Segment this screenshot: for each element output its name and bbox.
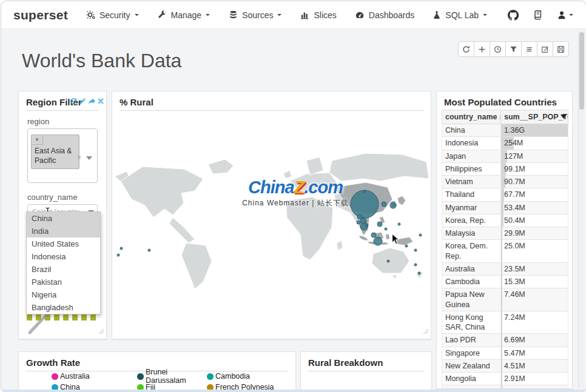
map-bubble: [357, 221, 360, 224]
value-bar: [501, 347, 502, 359]
rural-breakdown-title: Rural Breakdown: [301, 352, 431, 368]
value-bar: [501, 214, 503, 227]
chevron-down-icon: [482, 13, 488, 17]
nav-item-sql-lab[interactable]: SQL Lab: [433, 10, 488, 20]
dropdown-option[interactable]: United States: [27, 238, 100, 250]
edit-slice-icon[interactable]: [79, 98, 86, 105]
growth-rate-title: Growth Rate: [19, 352, 295, 368]
chinaz-watermark: ChinaZ.com China Webmaster | 站长下载: [241, 178, 350, 208]
clear-select-icon[interactable]: ×: [77, 153, 81, 162]
css-button[interactable]: [521, 41, 537, 57]
dropdown-option[interactable]: Pakistan: [27, 276, 100, 288]
population-cell: 5.47M: [501, 347, 568, 359]
value-bar: [501, 240, 502, 262]
database-icon: [229, 10, 238, 19]
resize-handle[interactable]: [423, 326, 429, 337]
dropdown-option[interactable]: Indonesia: [27, 250, 100, 263]
scrollbar-thumb[interactable]: [579, 32, 584, 110]
nav-item-security[interactable]: Security: [86, 10, 140, 20]
nav-item-sources[interactable]: Sources: [229, 10, 282, 20]
refresh-slice-icon[interactable]: [70, 98, 77, 105]
table-row: Vietnam90.7M: [442, 176, 568, 188]
bar-chart-icon: [300, 10, 309, 19]
region-select[interactable]: × East Asia & Pacific ×: [27, 128, 98, 183]
chinaz-subtitle: China Webmaster | 站长下载: [241, 198, 350, 208]
value-bar: [501, 227, 502, 239]
dropdown-option[interactable]: Bangladesh: [27, 301, 100, 314]
nav-item-slices[interactable]: Slices: [300, 10, 336, 20]
column-header-population[interactable]: sum__SP_POP_TOTL: [501, 110, 568, 124]
country-cell: Singapore: [442, 347, 501, 359]
nav-item-label: Sources: [242, 10, 273, 20]
country-cell: Cambodia: [442, 276, 501, 288]
region-tag: × East Asia & Pacific: [31, 135, 79, 169]
nav-item-label: Manage: [171, 10, 202, 20]
legend-item[interactable]: Cambodia: [207, 372, 274, 380]
world-map: [112, 110, 431, 337]
github-icon[interactable]: [508, 10, 519, 21]
country-cell: Indonesia: [442, 137, 501, 150]
resize-handle[interactable]: [98, 326, 104, 337]
divider: [308, 371, 424, 371]
docs-icon[interactable]: [533, 10, 542, 20]
population-cell: 2.91M: [501, 373, 568, 385]
superset-logo[interactable]: superset: [13, 8, 68, 22]
most-populated-title: Most Populated Countries: [437, 91, 572, 107]
table-row: Philippines99.1M: [442, 162, 568, 175]
population-cell: 99.1M: [501, 162, 568, 175]
country-cell: Japan: [442, 150, 501, 162]
remove-tag-icon[interactable]: ×: [32, 136, 43, 145]
page-title: World's Bank Data: [22, 50, 181, 72]
population-cell: 6.69M: [501, 334, 568, 347]
legend-item[interactable]: Australia: [52, 372, 137, 380]
nav-item-dashboards[interactable]: Dashboards: [355, 10, 415, 20]
save-icon: [557, 45, 565, 53]
map-bubble: [148, 249, 150, 251]
user-menu[interactable]: [557, 10, 574, 20]
table-row: New Zealand4.51M: [442, 359, 568, 372]
rural-map-title: % Rural: [112, 91, 431, 107]
table-row: Japan127M: [442, 150, 568, 162]
dropdown-option[interactable]: India: [27, 225, 100, 238]
table-row: Korea, Rep.50.4M: [442, 214, 568, 227]
legend-dot-icon: [52, 373, 58, 380]
scrollbar-track[interactable]: [578, 30, 585, 388]
table-row: Korea, Dem. Rep.25.0M: [442, 240, 568, 263]
value-bar: [501, 202, 503, 214]
nav-item-label: Dashboards: [369, 10, 415, 20]
dropdown-option[interactable]: Brazil: [27, 263, 100, 276]
refresh-button[interactable]: [458, 41, 474, 57]
add-button[interactable]: [474, 41, 490, 57]
history-button[interactable]: [490, 41, 506, 57]
legend-item[interactable]: Brunei Darussalam: [137, 368, 207, 385]
save-button[interactable]: [553, 41, 569, 57]
country-cell: Papua New Guinea: [442, 288, 501, 311]
table-row: Mongolia2.91M: [442, 373, 568, 385]
edit-button[interactable]: [537, 41, 553, 57]
dropdown-option[interactable]: Nigeria: [27, 288, 100, 301]
chevron-down-icon: [134, 13, 140, 17]
move-slice-icon[interactable]: [88, 98, 96, 105]
filter-button[interactable]: [505, 41, 522, 57]
growth-rate-card: Growth Rate AustraliaBrunei DarussalamCa…: [18, 351, 296, 391]
value-bar: [501, 385, 502, 389]
chevron-down-icon: [86, 156, 92, 160]
dropdown-option[interactable]: China: [27, 212, 100, 225]
column-header-country[interactable]: country_name⇵: [442, 110, 501, 124]
country-cell: Korea, Dem. Rep.: [442, 240, 501, 263]
user-icon: [557, 10, 567, 20]
population-cell: 7.24M: [501, 311, 568, 334]
population-table: country_name⇵ sum__SP_POP_TOTL China1.36…: [442, 110, 568, 389]
population-cell: 50.4M: [501, 214, 568, 227]
country-cell: New Zealand: [442, 359, 501, 372]
nav-item-manage[interactable]: Manage: [158, 10, 211, 20]
map-bubble: [351, 190, 379, 218]
nav-item-label: Slices: [314, 10, 336, 20]
population-cell: 25.0M: [501, 240, 568, 263]
map-bubble: [390, 202, 396, 208]
rural-breakdown-card: Rural Breakdown: [300, 351, 432, 391]
legend-dot-icon: [137, 373, 144, 380]
map-bubble: [374, 237, 382, 245]
table-row: Indonesia254M: [442, 137, 568, 150]
close-slice-icon[interactable]: [98, 98, 104, 104]
